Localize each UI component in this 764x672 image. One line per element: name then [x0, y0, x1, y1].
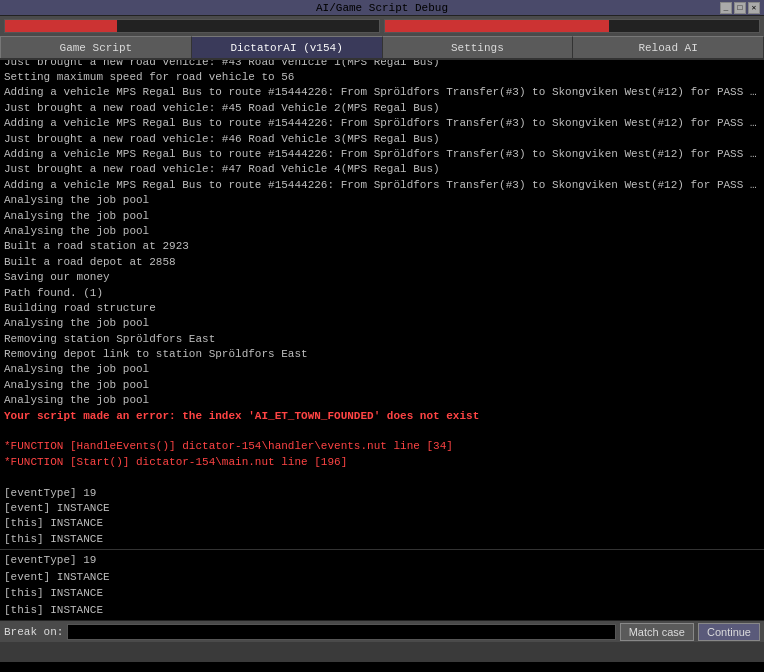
log-line: Built a road depot at 2858 [4, 255, 760, 270]
log-line: Path found. (1) [4, 286, 760, 301]
var-line: [event] INSTANCE [4, 569, 760, 586]
progress-bar-1 [4, 19, 380, 33]
title-bar: AI/Game Script Debug _ □ ✕ [0, 0, 764, 16]
log-line: Analysing the job pool [4, 224, 760, 239]
log-line: Adding a vehicle MPS Regal Bus to route … [4, 178, 760, 193]
match-case-button[interactable]: Match case [620, 623, 694, 641]
progress-fill-1 [5, 20, 117, 32]
log-line: *FUNCTION [Start()] dictator-154\main.nu… [4, 455, 760, 470]
log-line: Setting maximum speed for road vehicle t… [4, 70, 760, 85]
log-line: Analysing the job pool [4, 316, 760, 331]
var-line: [eventType] 19 [4, 552, 760, 569]
log-line: Analysing the job pool [4, 209, 760, 224]
log-line: [this] INSTANCE [4, 516, 760, 531]
log-line: Removing depot link to station Spröldfor… [4, 347, 760, 362]
break-on-label: Break on: [4, 626, 63, 638]
log-line: Adding a vehicle MPS Regal Bus to route … [4, 116, 760, 131]
var-line: [this] INSTANCE [4, 585, 760, 602]
log-line: Analysing the job pool [4, 362, 760, 377]
progress-bar-2 [384, 19, 760, 33]
bottom-area: [eventType] 19[event] INSTANCE[this] INS… [0, 550, 764, 662]
tab-game-script[interactable]: Game Script [0, 36, 192, 58]
log-line: Saving our money [4, 270, 760, 285]
log-line: Built a road station at 2923 [4, 239, 760, 254]
continue-button[interactable]: Continue [698, 623, 760, 641]
break-on-bar: Break on: Match case Continue [0, 620, 764, 642]
log-line: Analysing the job pool [4, 193, 760, 208]
maximize-button[interactable]: □ [734, 2, 746, 14]
log-line: Just brought a new road vehicle: #46 Roa… [4, 132, 760, 147]
log-line: Adding a vehicle MPS Regal Bus to route … [4, 85, 760, 100]
window-controls: _ □ ✕ [720, 2, 760, 14]
log-line: Just brought a new road vehicle: #47 Roa… [4, 162, 760, 177]
log-line: [event] INSTANCE [4, 501, 760, 516]
log-line: Just brought a new road vehicle: #45 Roa… [4, 101, 760, 116]
close-button[interactable]: ✕ [748, 2, 760, 14]
log-line: Adding a vehicle MPS Regal Bus to route … [4, 147, 760, 162]
tab-settings[interactable]: Settings [383, 36, 574, 58]
log-line [4, 424, 760, 439]
log-line: Analysing the job pool [4, 378, 760, 393]
log-line: Removing station Spröldfors East [4, 332, 760, 347]
log-line: *FUNCTION [HandleEvents()] dictator-154\… [4, 439, 760, 454]
log-line [4, 470, 760, 485]
break-on-input[interactable] [67, 624, 615, 640]
tabs-bar: Game Script DictatorAI (v154) Settings R… [0, 36, 764, 60]
progress-fill-2 [385, 20, 609, 32]
vars-area: [eventType] 19[event] INSTANCE[this] INS… [0, 550, 764, 620]
log-area[interactable]: Forcing build: We have 0 vehicle running… [0, 60, 764, 550]
tab-dictator-ai[interactable]: DictatorAI (v154) [192, 36, 383, 58]
progress-area [0, 16, 764, 36]
log-line: [this] INSTANCE [4, 532, 760, 547]
log-line: Analysing the job pool [4, 393, 760, 408]
log-line: Your script made an error: the index 'AI… [4, 409, 760, 424]
log-line: Building road structure [4, 301, 760, 316]
log-line: [eventType] 19 [4, 486, 760, 501]
window-title: AI/Game Script Debug [316, 2, 448, 14]
log-line: Just brought a new road vehicle: #43 Roa… [4, 60, 760, 70]
minimize-button[interactable]: _ [720, 2, 732, 14]
var-line: [this] INSTANCE [4, 602, 760, 619]
tab-reload-ai[interactable]: Reload AI [573, 36, 764, 58]
